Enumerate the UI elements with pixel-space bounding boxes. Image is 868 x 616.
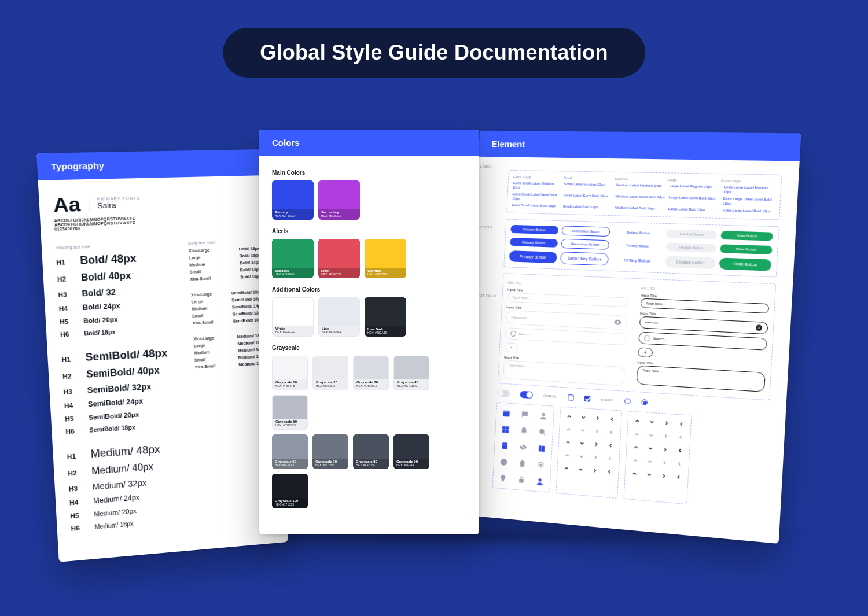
radio-checked[interactable] — [641, 399, 648, 405]
chevron-left-icon — [609, 416, 615, 422]
toggle-off[interactable] — [497, 389, 510, 397]
color-swatch: WhiteHEX: #FFFFFF — [272, 297, 314, 337]
checkbox-checked[interactable] — [584, 395, 590, 401]
chevron-up-icon — [564, 452, 571, 458]
clear-icon[interactable]: × — [756, 324, 763, 331]
heading-level: H1 — [56, 258, 74, 266]
color-swatch: Grayscale 30HEX: #D8DBE1 — [353, 356, 389, 390]
primary-button-lg[interactable]: Primary Button — [509, 250, 557, 263]
label-sample: Extra Small Label Semi Bold 10px — [512, 192, 560, 202]
tertiary-button-lg[interactable]: Tertiary Button — [612, 254, 662, 267]
chevron-up-icon — [634, 418, 641, 424]
section-label-button: BUTTON — [477, 225, 492, 229]
body-spec: SemiBold/ 16px — [231, 297, 262, 302]
color-swatch: SuccessHEX: #1F9D63 — [272, 239, 314, 278]
label-col-head: Large — [667, 178, 721, 183]
body-spec: Bold/ 12px — [240, 267, 261, 272]
chevron-left-icon — [676, 460, 682, 467]
tertiary-button-sm[interactable]: Tertiary Button — [613, 227, 663, 237]
primary-button-sm[interactable]: Primary Button — [510, 224, 558, 234]
chevron-left-icon — [608, 442, 614, 448]
state-button-md[interactable]: State Button — [720, 244, 773, 254]
state-button-lg[interactable]: State Button — [719, 257, 771, 271]
page-title: Global Style Guide Documentation — [223, 28, 645, 78]
panels-stage: Typography Aa PRIMARY FONTS Saira ABCDEF… — [0, 133, 868, 549]
trash-icon — [518, 459, 527, 467]
tertiary-button-md[interactable]: Tertiary Button — [613, 241, 663, 250]
toggle-on[interactable] — [520, 390, 533, 399]
svg-rect-3 — [502, 426, 505, 429]
body-size-label: Xtra-Large — [189, 248, 210, 253]
chevron-down-icon — [646, 458, 653, 464]
svg-point-11 — [540, 464, 542, 466]
chevron-right-icon — [663, 433, 669, 439]
checkbox-unchecked[interactable] — [568, 394, 574, 400]
bell-icon — [520, 426, 528, 435]
heading-level: H5 — [65, 414, 83, 422]
label-sample: Medium Label Medium 14px — [616, 183, 665, 193]
lock-icon — [517, 475, 526, 484]
chevron-right-icon — [594, 415, 601, 421]
heading-spec: SemiBold/ 48px — [85, 347, 168, 364]
secondary-button-lg[interactable]: Secondary Button — [560, 252, 609, 265]
body-size-label: Medium — [189, 263, 205, 267]
body-size-label: Small — [192, 313, 204, 318]
label-sample: Extra Small Label Medium 10px — [513, 181, 561, 191]
color-swatch: Grayscale 90HEX: #2E3440 — [393, 434, 429, 469]
label-col-head: Extra Large — [721, 179, 776, 183]
secondary-button-md[interactable]: Secondary Button — [561, 238, 610, 249]
chevrons-box-2 — [624, 411, 692, 504]
chevron-up-icon — [564, 465, 570, 471]
heading-level: H6 — [65, 427, 83, 435]
body-size-label: Large — [189, 256, 200, 260]
chevron-left-icon — [675, 474, 682, 480]
color-swatch: Grayscale 70HEX: #6C7381 — [312, 434, 348, 469]
primary-button-md[interactable]: Primary Button — [510, 237, 558, 247]
panel-typography: Typography Aa PRIMARY FONTS Saira ABCDEF… — [36, 149, 288, 562]
disabled-button-lg: Disable Button — [665, 256, 716, 269]
svg-rect-1 — [503, 411, 510, 412]
number-stepper-initial[interactable]: 4 — [505, 342, 519, 352]
search-icon — [538, 427, 547, 436]
heading-spec: Medium/ 18px — [94, 521, 133, 530]
colors-section-grayscale: Grayscale — [272, 345, 466, 351]
radio-unchecked[interactable] — [624, 398, 631, 404]
chevron-left-icon — [678, 420, 685, 427]
chevron-right-icon — [661, 473, 667, 479]
body-size-label: Xtra-Large — [191, 292, 212, 297]
grid-icon — [501, 425, 510, 434]
chevron-right-icon — [593, 454, 599, 460]
chevron-left-icon — [677, 447, 683, 453]
svg-point-2 — [542, 413, 545, 416]
svg-rect-4 — [506, 426, 509, 429]
chevron-down-icon — [649, 419, 655, 425]
label-sample: Medium Label Bold 14px — [615, 206, 664, 212]
chevron-down-icon — [579, 440, 585, 447]
chevron-up-icon — [633, 444, 639, 450]
chevron-down-icon — [578, 453, 584, 459]
body-size-label: Large — [194, 343, 205, 348]
svg-rect-5 — [502, 429, 505, 432]
heading-spec: Bold/ 20px — [83, 316, 118, 324]
label-sample: Small Label Medium 12px — [564, 182, 613, 192]
chevron-right-icon — [661, 459, 668, 466]
colors-section-alerts: Alerts — [272, 228, 466, 234]
label-col-head: Small — [564, 176, 615, 181]
heading-level: H1 — [61, 355, 79, 363]
chevron-down-icon — [648, 431, 654, 438]
chevron-left-icon — [607, 455, 613, 462]
svg-point-13 — [539, 478, 542, 481]
label-sample: Large Label Semi Bold 16px — [668, 196, 719, 206]
label-col-head: Medium — [615, 177, 668, 182]
heading-level: H3 — [63, 388, 81, 396]
body-section-label: Body text style — [188, 239, 259, 245]
heading-level: H2 — [68, 469, 86, 477]
number-stepper-filled[interactable]: 4 — [638, 347, 653, 357]
state-button-sm[interactable]: State Button — [721, 231, 773, 241]
pin-icon — [499, 474, 507, 482]
svg-rect-12 — [519, 479, 523, 482]
eye-icon[interactable] — [613, 318, 622, 326]
typography-sample: Aa — [53, 194, 81, 215]
chevron-up-icon — [565, 439, 571, 445]
secondary-button-sm[interactable]: Secondary Button — [561, 226, 610, 237]
